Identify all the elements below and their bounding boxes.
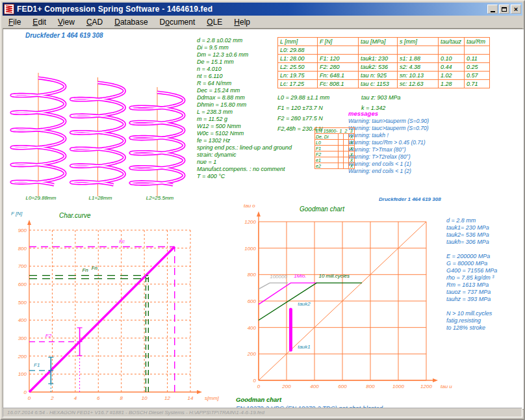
svg-text:400: 400 bbox=[18, 317, 27, 323]
menu-item[interactable]: Document bbox=[154, 16, 201, 28]
status-bar: 16.07.2014 6:54 - HEXAGON FED1+ V16.7 #1… bbox=[3, 408, 522, 417]
svg-text:tau o: tau o bbox=[244, 203, 255, 209]
maximize-button[interactable] bbox=[499, 5, 509, 14]
spring-parameter: Manufact.compens. : no comment bbox=[197, 166, 292, 173]
material-line: rho = 7.85 kg/dm ³ bbox=[446, 274, 497, 282]
svg-text:200: 200 bbox=[18, 354, 27, 360]
window-title: FED1+ Compression Spring Software - 1464… bbox=[17, 5, 487, 14]
char-curve-chart: 024681012140100200300400500600700800900s… bbox=[7, 209, 231, 405]
en-table-row: e2 X bbox=[315, 163, 355, 169]
svg-text:2: 2 bbox=[50, 395, 54, 401]
cell-tau: tau c: 1153 bbox=[359, 80, 398, 88]
menu-item[interactable]: CAD bbox=[81, 16, 109, 28]
cell-tau-rm: 0.71 bbox=[465, 80, 490, 88]
results-header-cell: s [mm] bbox=[398, 38, 439, 46]
app-spring-icon bbox=[4, 4, 14, 14]
cell-tau-rm: 0.25 bbox=[465, 63, 490, 72]
svg-text:10 mill.cycles: 10 mill.cycles bbox=[318, 273, 350, 279]
cell-tau bbox=[359, 46, 398, 55]
material-line: G = 80000 MPa bbox=[446, 260, 497, 267]
menu-item[interactable]: Help bbox=[228, 16, 256, 28]
menu-item[interactable]: Edit bbox=[27, 16, 52, 28]
minimize-button[interactable] bbox=[487, 5, 498, 14]
material-line: d = 2.8 mm bbox=[446, 217, 497, 224]
svg-text:Goodman chart: Goodman chart bbox=[300, 205, 345, 213]
en-row-label: L0 bbox=[315, 140, 339, 146]
menu-bar: FileEditViewCADDatabaseDocumentOLEHelp bbox=[3, 16, 522, 29]
svg-text:500: 500 bbox=[18, 300, 27, 306]
results-header-row: L [mm]F [N]tau [MPa]s [mm]tau/tauztau/Rm bbox=[278, 38, 490, 46]
menu-item[interactable]: Database bbox=[109, 16, 153, 28]
svg-text:s[mm]: s[mm] bbox=[205, 395, 220, 401]
en-table-row: F1 X bbox=[315, 146, 355, 151]
material-line: tauk1= 230 MPa bbox=[446, 224, 497, 231]
window-title-bar: FED1+ Compression Spring Software - 1464… bbox=[3, 3, 522, 16]
spring-parameter: strain: dynamic bbox=[197, 151, 292, 159]
en-row-label: e2 bbox=[315, 163, 339, 169]
warnings-list: Warning: taun>tauperm (S=0.90)Warning: t… bbox=[348, 118, 429, 175]
svg-text:100: 100 bbox=[18, 371, 27, 377]
cell-L: L0: 29.88 bbox=[278, 46, 318, 55]
cell-tau-rm: 0.57 bbox=[465, 72, 490, 80]
material-line: E = 200000 MPa bbox=[446, 253, 497, 260]
menu-item[interactable]: OLE bbox=[201, 16, 228, 28]
results-table: L [mm]F [N]tau [MPa]s [mm]tau/tauztau/Rm… bbox=[277, 37, 490, 88]
tolerance-line: F1 = 120 ±73.7 N bbox=[277, 103, 329, 113]
svg-text:100000: 100000 bbox=[270, 274, 287, 280]
menu-item[interactable]: File bbox=[3, 16, 27, 28]
cell-tau: tau n: 925 bbox=[359, 72, 398, 80]
svg-text:0: 0 bbox=[28, 395, 31, 401]
en-grade-1: 1 bbox=[338, 128, 343, 134]
en-row-label: e1 bbox=[315, 157, 339, 163]
goodman-chart: Druckfeder 1 464 619 3080020020040040060… bbox=[235, 196, 455, 393]
en-table-row: F2 X bbox=[315, 151, 355, 157]
window-controls: × bbox=[487, 5, 521, 14]
svg-text:8: 8 bbox=[120, 395, 123, 401]
spring-parameter: nue = 1 bbox=[197, 159, 292, 166]
tau-z-value: tau z: 903 MPa bbox=[361, 92, 401, 103]
document-label: Druckfeder 1 464 619 308 bbox=[25, 32, 103, 39]
svg-text:200: 200 bbox=[281, 384, 291, 389]
material-line: G400 = 71556 MPa bbox=[446, 267, 497, 274]
en-row-label: De, Di bbox=[315, 134, 339, 140]
status-text: 16.07.2014 6:54 - HEXAGON FED1+ V16.7 #1… bbox=[3, 410, 264, 415]
warning-line: Warning: tauc/Rm > 0.45 (0.71) bbox=[348, 139, 429, 146]
table-row: L2: 25.50 F2: 280 tauk2: 536 s2: 4.38 0.… bbox=[278, 63, 490, 72]
svg-text:L2=25.5mm: L2=25.5mm bbox=[146, 195, 174, 201]
svg-text:Char.curve: Char.curve bbox=[59, 212, 91, 219]
svg-text:F1: F1 bbox=[34, 362, 40, 368]
svg-text:Fn: Fn bbox=[82, 267, 88, 273]
cell-s: s2: 4.38 bbox=[398, 63, 439, 72]
material-line: tauoz = 737 MPa bbox=[446, 289, 497, 296]
tolerance-line: F2 = 280 ±77.5 N bbox=[277, 113, 329, 124]
svg-text:12: 12 bbox=[164, 395, 170, 401]
goodman-caption: Goodman chart bbox=[236, 396, 281, 403]
svg-text:600: 600 bbox=[248, 298, 257, 304]
results-header-cell: F [N] bbox=[318, 38, 359, 46]
results-header-cell: L [mm] bbox=[278, 38, 318, 46]
cell-L: L1: 28.00 bbox=[278, 55, 318, 63]
svg-text:600: 600 bbox=[18, 282, 27, 287]
en15800-table: EN 15800- 1 2 3 De, Di X L0 X bbox=[314, 127, 355, 169]
menu-item[interactable]: View bbox=[52, 16, 81, 28]
spring-drawings: L0=29.88mmL1=28mmL2=25.5mm bbox=[7, 71, 202, 204]
svg-text:6: 6 bbox=[97, 395, 100, 401]
svg-text:4: 4 bbox=[74, 395, 77, 401]
en-table-row: De, Di X bbox=[315, 134, 355, 140]
close-button[interactable]: × bbox=[511, 5, 521, 14]
cell-L: L2: 25.50 bbox=[278, 63, 318, 72]
cell-tau: tauk2: 536 bbox=[359, 63, 398, 72]
svg-text:1200: 1200 bbox=[420, 384, 432, 389]
svg-text:1Mio.: 1Mio. bbox=[294, 273, 307, 279]
svg-text:0: 0 bbox=[253, 378, 257, 384]
svg-text:Fc: Fc bbox=[119, 239, 125, 244]
table-row: L0: 29.88 bbox=[278, 46, 490, 55]
material-line: to 128% stroke bbox=[446, 324, 497, 332]
cell-tau: tauk1: 230 bbox=[359, 55, 398, 63]
cell-tau-rm: 0.11 bbox=[465, 55, 490, 63]
cell-F bbox=[318, 46, 359, 55]
svg-text:300: 300 bbox=[18, 335, 27, 341]
close-icon: × bbox=[514, 7, 518, 12]
warning-line: Warning: end coils < 1 (1) bbox=[348, 161, 429, 168]
svg-text:1000: 1000 bbox=[392, 384, 404, 389]
